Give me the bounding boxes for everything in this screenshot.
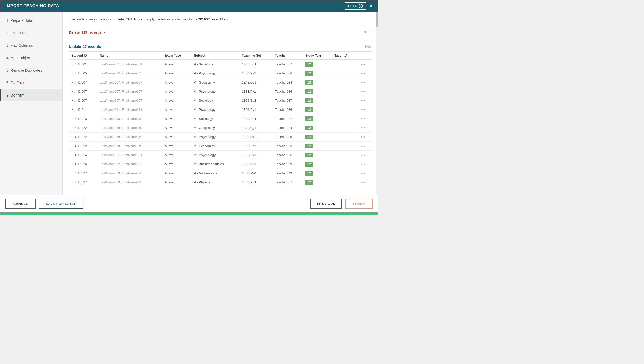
cell-exam-type: A level xyxy=(162,96,192,105)
cell-student-id: H.4.ID.011 xyxy=(69,105,97,114)
cell-more: ••• xyxy=(358,105,372,114)
more-options-button[interactable]: ••• xyxy=(361,180,365,184)
cell-subject: A - Psychology xyxy=(191,69,239,78)
sidebar-item-fix-errors[interactable]: 6. Fix Errors xyxy=(0,77,62,89)
col-name: Name xyxy=(97,52,162,60)
sidebar-item-prepare[interactable]: 1. Prepare Data xyxy=(0,14,62,27)
cell-subject: A - Business Studies xyxy=(191,160,239,169)
cell-student-id: H.4.ID.027 xyxy=(69,178,97,187)
cell-study-year: 12 xyxy=(303,132,332,141)
cell-taught-at xyxy=(332,169,358,178)
more-options-button[interactable]: ••• xyxy=(361,80,365,85)
cell-student-id: H.4.ID.026 xyxy=(69,160,97,169)
cell-exam-type: A level xyxy=(162,87,192,96)
cell-more: ••• xyxy=(358,114,372,123)
cell-study-year: 12 xyxy=(303,78,332,87)
cell-teacher: Teacher009 xyxy=(272,160,303,169)
cell-subject: A - Physics xyxy=(191,178,239,187)
cell-teacher: Teacher086 xyxy=(272,69,303,78)
update-toggle[interactable]: Update 17 records ▲ xyxy=(69,45,105,49)
cell-name: LastName007, FirstName007 xyxy=(97,78,162,87)
col-student-id: Student ID xyxy=(69,52,97,60)
cell-subject: A - Sociology xyxy=(191,114,239,123)
cell-student-id: H.4.ID.007 xyxy=(69,78,97,87)
cell-exam-type: A level xyxy=(162,60,192,69)
sidebar-item-confirm[interactable]: 7. Confirm xyxy=(0,89,62,101)
more-options-button[interactable]: ••• xyxy=(361,144,365,148)
more-options-button[interactable]: ••• xyxy=(361,153,365,157)
more-options-button[interactable]: ••• xyxy=(361,126,365,130)
import-modal: IMPORT TEACHING DATA HELP ? × 1. Prepare… xyxy=(0,0,378,215)
show-button[interactable]: Show xyxy=(364,31,372,34)
sidebar-item-map-subjects[interactable]: 4. Map Subjects xyxy=(0,52,62,64)
col-subject: Subject xyxy=(191,52,239,60)
cell-teaching-set: 13B3/Py1 xyxy=(239,132,272,141)
save-later-button[interactable]: SAVE FOR LATER xyxy=(39,199,83,209)
sidebar-item-remove-duplicates[interactable]: 5. Remove Duplicates xyxy=(0,64,62,77)
cell-student-id: H.4.ID.007 xyxy=(69,87,97,96)
cell-teaching-set: 13C3/So1 xyxy=(239,96,272,105)
cell-taught-at xyxy=(332,105,358,114)
more-options-button[interactable]: ••• xyxy=(361,99,365,103)
main-content: The teaching import is now complete. Cli… xyxy=(63,12,378,195)
cell-taught-at xyxy=(332,132,358,141)
cell-subject: A - Psychology xyxy=(191,132,239,141)
col-taught-at: Taught At xyxy=(332,52,358,60)
col-teaching-set: Teaching Set xyxy=(239,52,272,60)
cancel-button[interactable]: CANCEL xyxy=(5,199,36,209)
cell-exam-type: A level xyxy=(162,160,192,169)
col-actions xyxy=(358,52,372,60)
finish-button[interactable]: FINISH xyxy=(345,199,373,209)
more-options-button[interactable]: ••• xyxy=(361,90,365,94)
cell-teaching-set: 13B3/Py1 xyxy=(239,87,272,96)
cell-exam-type: A level xyxy=(162,69,192,78)
more-options-button[interactable]: ••• xyxy=(361,171,365,175)
table-row: H.4.ID.027 LastName023, FirstName023 A l… xyxy=(69,169,372,178)
table-row: H.4.ID.007 LastName007, FirstName007 A l… xyxy=(69,78,372,87)
more-options-button[interactable]: ••• xyxy=(361,117,365,121)
cell-more: ••• xyxy=(358,160,372,169)
cell-name: LastName022, FirstName022 xyxy=(97,160,162,169)
header-right: HELP ? × xyxy=(345,2,373,10)
hide-button[interactable]: Hide xyxy=(365,45,372,49)
cell-name: LastName001, FirstName001 xyxy=(97,60,162,69)
cell-student-id: H.4.ID.022 xyxy=(69,123,97,132)
sidebar-item-import[interactable]: 2. Import Data xyxy=(0,27,62,39)
cell-name: LastName019, FirstName019 xyxy=(97,132,162,141)
scrollbar-thumb[interactable] xyxy=(376,12,378,27)
more-options-button[interactable]: ••• xyxy=(361,62,365,66)
delete-toggle[interactable]: Delete 319 records ▼ xyxy=(69,30,106,35)
help-label: HELP xyxy=(348,4,357,8)
table-header-row: Student ID Name Exam Type Subject Teachi… xyxy=(69,52,372,60)
cell-student-id: H.4.ID.027 xyxy=(69,169,97,178)
modal-body: 1. Prepare Data 2. Import Data 3. Map Co… xyxy=(0,12,378,195)
more-options-button[interactable]: ••• xyxy=(361,71,365,75)
close-button[interactable]: × xyxy=(370,3,373,9)
cell-more: ••• xyxy=(358,169,372,178)
help-button[interactable]: HELP ? xyxy=(345,2,367,10)
cell-teaching-set: 13D3/Ma1 xyxy=(239,169,272,178)
cell-subject: A - Psychology xyxy=(191,105,239,114)
cell-teacher: Teacher087 xyxy=(272,60,303,69)
table-row: H.4.ID.026 LastName022, FirstName022 A l… xyxy=(69,160,372,169)
previous-button[interactable]: PREVIOUS xyxy=(310,199,342,209)
cell-student-id: H.4.ID.007 xyxy=(69,96,97,105)
cell-teacher: Teacher083 xyxy=(272,141,303,150)
cell-teacher: Teacher086 xyxy=(272,150,303,160)
delete-chevron: ▼ xyxy=(103,31,106,34)
table-row: H.4.ID.005 LastName005, FirstName005 A l… xyxy=(69,69,372,78)
cell-student-id: H.4.ID.022 xyxy=(69,141,97,150)
table-row: H.4.ID.001 LastName001, FirstName001 A l… xyxy=(69,60,372,69)
update-section: Update 17 records ▲ Hide Student ID Name xyxy=(69,42,372,187)
scrollbar-track[interactable] xyxy=(376,12,378,195)
more-options-button[interactable]: ••• xyxy=(361,162,365,166)
cell-taught-at xyxy=(332,60,358,69)
cell-name: LastName023, FirstName023 xyxy=(97,169,162,178)
sidebar-item-map-columns[interactable]: 3. Map Columns xyxy=(0,39,62,52)
cell-teacher: Teacher086 xyxy=(272,87,303,96)
update-count: 17 records xyxy=(83,45,101,49)
more-options-button[interactable]: ••• xyxy=(361,135,365,139)
more-options-button[interactable]: ••• xyxy=(361,108,365,112)
cell-more: ••• xyxy=(358,123,372,132)
update-section-header: Update 17 records ▲ Hide xyxy=(69,42,372,52)
